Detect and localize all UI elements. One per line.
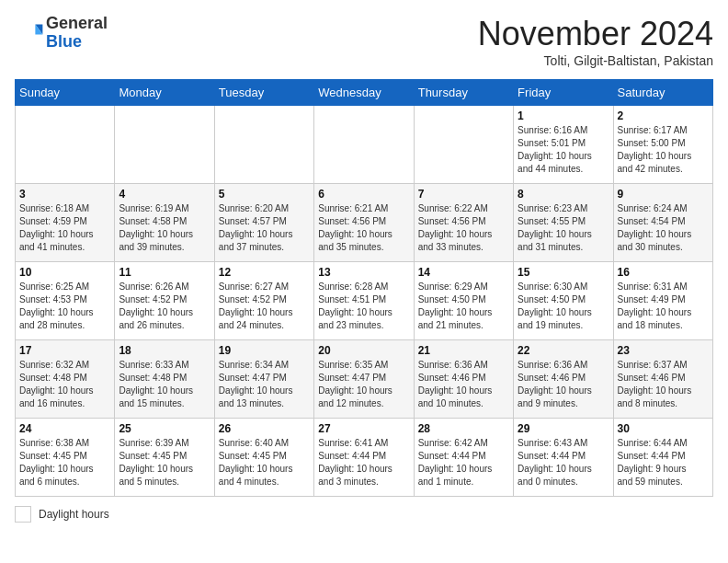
day-info: Sunrise: 6:20 AM Sunset: 4:57 PM Dayligh… xyxy=(219,202,310,254)
calendar-day-header: Wednesday xyxy=(314,80,414,106)
day-info: Sunrise: 6:32 AM Sunset: 4:48 PM Dayligh… xyxy=(19,359,110,410)
day-number: 7 xyxy=(418,188,509,201)
calendar-cell: 3Sunrise: 6:18 AM Sunset: 4:59 PM Daylig… xyxy=(16,184,115,262)
daylight-legend-label: Daylight hours xyxy=(39,508,109,521)
calendar-table: SundayMondayTuesdayWednesdayThursdayFrid… xyxy=(15,79,713,497)
day-number: 3 xyxy=(19,188,110,201)
calendar-cell xyxy=(214,106,313,184)
day-number: 6 xyxy=(318,188,409,201)
day-number: 22 xyxy=(518,344,609,357)
calendar-cell: 7Sunrise: 6:22 AM Sunset: 4:56 PM Daylig… xyxy=(414,184,513,262)
day-number: 14 xyxy=(418,266,509,279)
calendar-cell: 18Sunrise: 6:33 AM Sunset: 4:48 PM Dayli… xyxy=(115,340,214,419)
day-info: Sunrise: 6:36 AM Sunset: 4:46 PM Dayligh… xyxy=(418,359,509,410)
day-info: Sunrise: 6:37 AM Sunset: 4:46 PM Dayligh… xyxy=(618,359,709,410)
calendar-cell: 27Sunrise: 6:41 AM Sunset: 4:44 PM Dayli… xyxy=(314,419,414,497)
calendar-cell: 6Sunrise: 6:21 AM Sunset: 4:56 PM Daylig… xyxy=(314,184,414,262)
day-number: 15 xyxy=(518,266,609,279)
calendar-cell: 14Sunrise: 6:29 AM Sunset: 4:50 PM Dayli… xyxy=(414,262,513,340)
page-header: General Blue November 2024 Tolti, Gilgit… xyxy=(15,15,713,68)
calendar-cell: 19Sunrise: 6:34 AM Sunset: 4:47 PM Dayli… xyxy=(214,340,313,419)
day-info: Sunrise: 6:39 AM Sunset: 4:45 PM Dayligh… xyxy=(119,437,210,488)
calendar-cell: 10Sunrise: 6:25 AM Sunset: 4:53 PM Dayli… xyxy=(16,262,115,340)
logo-icon xyxy=(15,18,44,48)
day-number: 26 xyxy=(219,422,310,435)
calendar-day-header: Sunday xyxy=(16,80,115,106)
calendar-cell xyxy=(314,106,414,184)
calendar-cell: 30Sunrise: 6:44 AM Sunset: 4:44 PM Dayli… xyxy=(613,419,712,497)
calendar-day-header: Saturday xyxy=(613,80,712,106)
logo-general: General xyxy=(46,14,108,32)
calendar-cell: 21Sunrise: 6:36 AM Sunset: 4:46 PM Dayli… xyxy=(414,340,513,419)
day-number: 8 xyxy=(518,188,609,201)
calendar-cell: 23Sunrise: 6:37 AM Sunset: 4:46 PM Dayli… xyxy=(613,340,712,419)
location: Tolti, Gilgit-Baltistan, Pakistan xyxy=(478,53,713,68)
calendar-cell: 2Sunrise: 6:17 AM Sunset: 5:00 PM Daylig… xyxy=(613,106,712,184)
calendar-week-row: 1Sunrise: 6:16 AM Sunset: 5:01 PM Daylig… xyxy=(16,106,713,184)
day-number: 5 xyxy=(219,188,310,201)
calendar-day-header: Tuesday xyxy=(214,80,313,106)
calendar-cell: 28Sunrise: 6:42 AM Sunset: 4:44 PM Dayli… xyxy=(414,419,513,497)
day-info: Sunrise: 6:36 AM Sunset: 4:46 PM Dayligh… xyxy=(518,359,609,410)
day-number: 9 xyxy=(618,188,709,201)
day-number: 29 xyxy=(518,422,609,435)
calendar-cell: 22Sunrise: 6:36 AM Sunset: 4:46 PM Dayli… xyxy=(514,340,613,419)
day-info: Sunrise: 6:41 AM Sunset: 4:44 PM Dayligh… xyxy=(318,437,409,488)
day-number: 27 xyxy=(318,422,409,435)
day-info: Sunrise: 6:22 AM Sunset: 4:56 PM Dayligh… xyxy=(418,202,509,254)
day-number: 24 xyxy=(19,422,110,435)
day-info: Sunrise: 6:21 AM Sunset: 4:56 PM Dayligh… xyxy=(318,202,409,254)
calendar-cell: 26Sunrise: 6:40 AM Sunset: 4:45 PM Dayli… xyxy=(214,419,313,497)
calendar-cell: 12Sunrise: 6:27 AM Sunset: 4:52 PM Dayli… xyxy=(214,262,313,340)
calendar-cell xyxy=(16,106,115,184)
day-info: Sunrise: 6:30 AM Sunset: 4:50 PM Dayligh… xyxy=(518,281,609,332)
day-number: 17 xyxy=(19,344,110,357)
calendar-cell: 29Sunrise: 6:43 AM Sunset: 4:44 PM Dayli… xyxy=(514,419,613,497)
calendar-cell: 9Sunrise: 6:24 AM Sunset: 4:54 PM Daylig… xyxy=(613,184,712,262)
calendar-cell: 5Sunrise: 6:20 AM Sunset: 4:57 PM Daylig… xyxy=(214,184,313,262)
day-number: 11 xyxy=(119,266,210,279)
daylight-legend-box xyxy=(15,506,31,523)
day-info: Sunrise: 6:17 AM Sunset: 5:00 PM Dayligh… xyxy=(618,124,709,176)
title-block: November 2024 Tolti, Gilgit-Baltistan, P… xyxy=(478,15,713,68)
day-number: 2 xyxy=(618,109,709,122)
day-number: 30 xyxy=(618,422,709,435)
calendar-cell: 20Sunrise: 6:35 AM Sunset: 4:47 PM Dayli… xyxy=(314,340,414,419)
day-info: Sunrise: 6:24 AM Sunset: 4:54 PM Dayligh… xyxy=(618,202,709,254)
calendar-week-row: 10Sunrise: 6:25 AM Sunset: 4:53 PM Dayli… xyxy=(16,262,713,340)
day-info: Sunrise: 6:43 AM Sunset: 4:44 PM Dayligh… xyxy=(518,437,609,488)
calendar-cell xyxy=(414,106,513,184)
day-info: Sunrise: 6:35 AM Sunset: 4:47 PM Dayligh… xyxy=(318,359,409,410)
logo: General Blue xyxy=(15,15,108,52)
day-number: 20 xyxy=(318,344,409,357)
logo-blue: Blue xyxy=(46,32,82,51)
calendar-cell xyxy=(115,106,214,184)
calendar-cell: 25Sunrise: 6:39 AM Sunset: 4:45 PM Dayli… xyxy=(115,419,214,497)
calendar-header-row: SundayMondayTuesdayWednesdayThursdayFrid… xyxy=(16,80,713,106)
calendar-cell: 11Sunrise: 6:26 AM Sunset: 4:52 PM Dayli… xyxy=(115,262,214,340)
day-info: Sunrise: 6:23 AM Sunset: 4:55 PM Dayligh… xyxy=(518,202,609,254)
calendar-day-header: Friday xyxy=(514,80,613,106)
calendar-cell: 15Sunrise: 6:30 AM Sunset: 4:50 PM Dayli… xyxy=(514,262,613,340)
day-number: 12 xyxy=(219,266,310,279)
day-number: 19 xyxy=(219,344,310,357)
calendar-cell: 17Sunrise: 6:32 AM Sunset: 4:48 PM Dayli… xyxy=(16,340,115,419)
calendar-day-header: Monday xyxy=(115,80,214,106)
day-number: 28 xyxy=(418,422,509,435)
day-number: 23 xyxy=(618,344,709,357)
calendar-week-row: 17Sunrise: 6:32 AM Sunset: 4:48 PM Dayli… xyxy=(16,340,713,419)
day-number: 1 xyxy=(518,109,609,122)
day-info: Sunrise: 6:44 AM Sunset: 4:44 PM Dayligh… xyxy=(618,437,709,488)
day-info: Sunrise: 6:26 AM Sunset: 4:52 PM Dayligh… xyxy=(119,281,210,332)
day-info: Sunrise: 6:27 AM Sunset: 4:52 PM Dayligh… xyxy=(219,281,310,332)
calendar-week-row: 3Sunrise: 6:18 AM Sunset: 4:59 PM Daylig… xyxy=(16,184,713,262)
calendar-cell: 8Sunrise: 6:23 AM Sunset: 4:55 PM Daylig… xyxy=(514,184,613,262)
day-info: Sunrise: 6:25 AM Sunset: 4:53 PM Dayligh… xyxy=(19,281,110,332)
day-info: Sunrise: 6:33 AM Sunset: 4:48 PM Dayligh… xyxy=(119,359,210,410)
day-number: 4 xyxy=(119,188,210,201)
calendar-cell: 13Sunrise: 6:28 AM Sunset: 4:51 PM Dayli… xyxy=(314,262,414,340)
day-number: 18 xyxy=(119,344,210,357)
day-info: Sunrise: 6:42 AM Sunset: 4:44 PM Dayligh… xyxy=(418,437,509,488)
day-number: 10 xyxy=(19,266,110,279)
day-number: 16 xyxy=(618,266,709,279)
